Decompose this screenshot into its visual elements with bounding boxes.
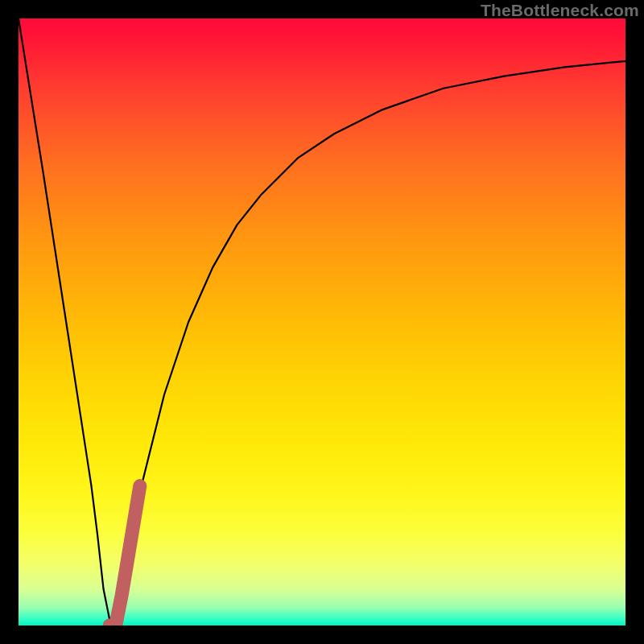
watermark-text: TheBottleneck.com — [481, 1, 639, 20]
marker-stroke — [109, 486, 140, 625]
plot-area — [19, 19, 625, 625]
chart-frame: TheBottleneck.com — [0, 0, 644, 644]
bottleneck-curve — [19, 19, 625, 625]
chart-svg — [19, 19, 625, 625]
